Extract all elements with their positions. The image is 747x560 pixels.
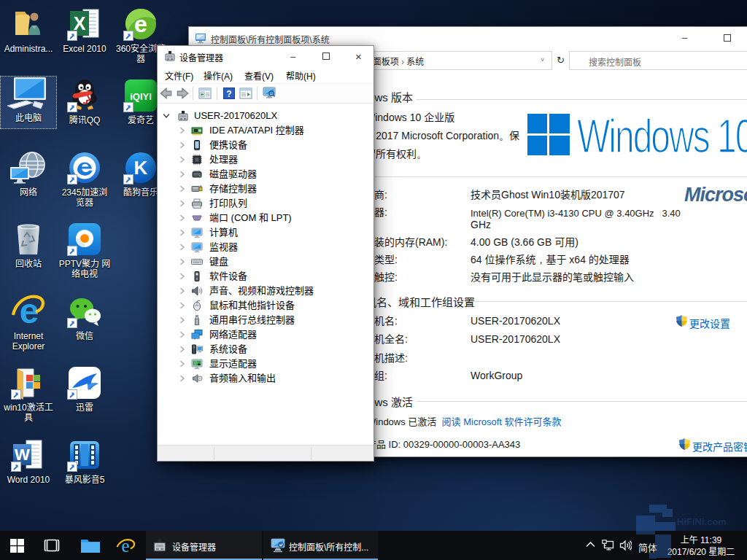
svg-text:?: ? — [226, 89, 231, 99]
svg-text:e: e — [134, 11, 147, 37]
svg-text:K: K — [134, 157, 148, 179]
svg-text:HiFiNi.com: HiFiNi.com — [677, 516, 727, 527]
svg-text:iQIYI: iQIYI — [130, 91, 152, 102]
